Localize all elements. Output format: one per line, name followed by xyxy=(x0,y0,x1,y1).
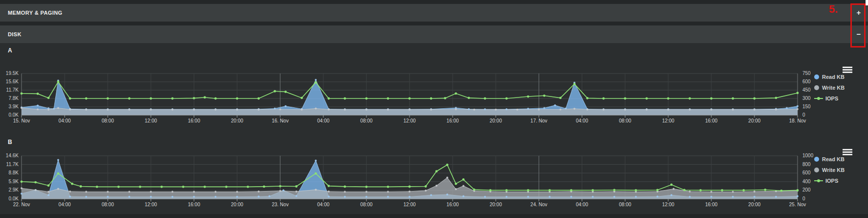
legend-swatch xyxy=(814,85,819,90)
legend-label: Read KB xyxy=(822,156,845,162)
legend-swatch xyxy=(814,180,823,181)
menu-bar xyxy=(843,67,852,68)
annotation-step-number: 5. xyxy=(829,3,838,16)
legend-swatch xyxy=(814,157,819,162)
bottom-edge xyxy=(0,214,868,218)
dashboard: MEMORY & PAGING + DISK − A19.5K15.6K11.7… xyxy=(0,0,868,218)
disk-section-body xyxy=(0,43,868,214)
section-title-memory-paging: MEMORY & PAGING xyxy=(8,4,63,22)
annotation-highlight-box xyxy=(850,3,866,48)
legend-swatch xyxy=(814,98,823,99)
legend-item-write-kb[interactable]: Write KB xyxy=(814,165,845,175)
legend-item-write-kb[interactable]: Write KB xyxy=(814,82,845,93)
window-edge xyxy=(866,0,868,5)
legend-label: IOPS xyxy=(825,178,838,184)
legend-item-iops[interactable]: IOPS xyxy=(814,93,845,104)
legend-swatch xyxy=(814,74,819,79)
section-bar-memory-paging[interactable]: MEMORY & PAGING + xyxy=(0,4,868,22)
legend-label: Write KB xyxy=(822,85,845,91)
section-title-disk: DISK xyxy=(8,25,22,43)
legend-swatch-dot xyxy=(817,97,820,100)
legend-label: Write KB xyxy=(822,167,845,173)
menu-bar xyxy=(843,149,852,150)
legend-item-read-kb[interactable]: Read KB xyxy=(814,72,845,82)
legend-item-read-kb[interactable]: Read KB xyxy=(814,154,845,165)
legend-swatch-dot xyxy=(817,179,820,182)
legend-swatch xyxy=(814,168,819,172)
legend-label: Read KB xyxy=(822,74,845,80)
legend-item-iops[interactable]: IOPS xyxy=(814,175,845,186)
menu-bar xyxy=(843,69,852,71)
chart-legend: Read KBWrite KBIOPS xyxy=(814,154,845,186)
section-bar-disk[interactable]: DISK − xyxy=(0,25,868,43)
chart-legend: Read KBWrite KBIOPS xyxy=(814,72,845,104)
menu-bar xyxy=(843,151,852,153)
legend-label: IOPS xyxy=(825,96,838,101)
